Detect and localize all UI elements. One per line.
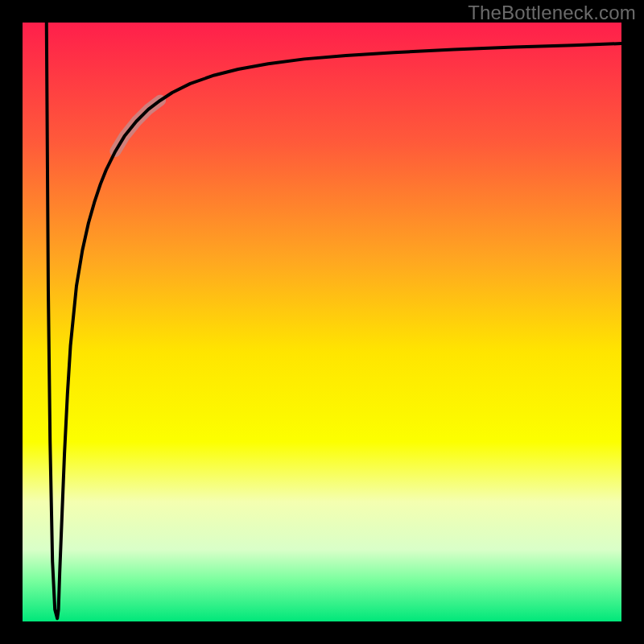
- plot-area: [11, 11, 633, 633]
- bottleneck-chart: [0, 0, 644, 644]
- watermark-text: TheBottleneck.com: [468, 2, 636, 24]
- plot-background: [23, 23, 621, 621]
- chart-container: TheBottleneck.com: [0, 0, 644, 644]
